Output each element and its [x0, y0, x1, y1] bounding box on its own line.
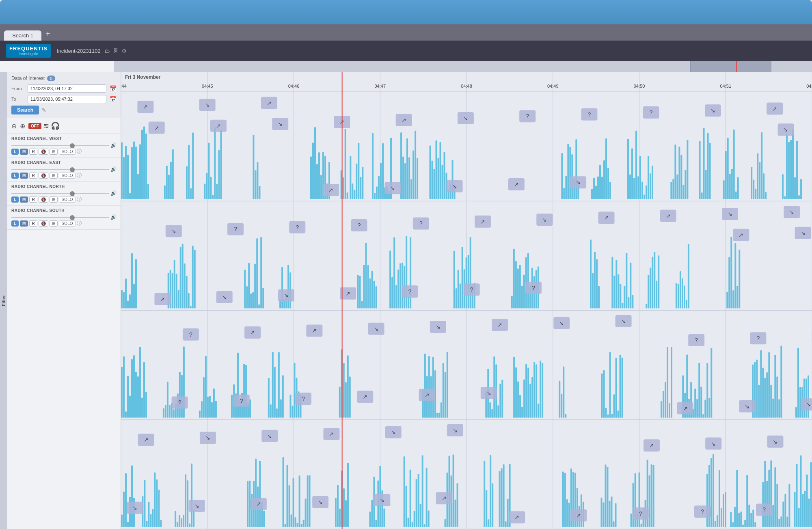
- svg-rect-302: [521, 286, 523, 309]
- svg-text:?: ?: [695, 337, 698, 343]
- vol-thumb-west[interactable]: [70, 143, 75, 148]
- svg-rect-73: [345, 129, 346, 199]
- zoom-in-button[interactable]: ⊕: [20, 122, 25, 130]
- svg-text:↗: ↗: [160, 296, 165, 302]
- ch-east-info[interactable]: ⓘ: [77, 172, 82, 179]
- ch-south-r[interactable]: R: [29, 220, 37, 227]
- ch-west-screen[interactable]: ⊞: [50, 149, 58, 155]
- folder-icon[interactable]: 🗁: [105, 48, 110, 54]
- ch-north-l[interactable]: L: [11, 196, 19, 203]
- ch-east-r[interactable]: R: [29, 173, 37, 179]
- timeline-area[interactable]: Fri 3 November04:4404:4504:4604:4704:480…: [121, 72, 812, 529]
- svg-rect-433: [272, 352, 274, 418]
- channel-south-row: RADIO CHANNEL SOUTH 🔊 L M R 🔇: [7, 206, 121, 230]
- svg-rect-321: [622, 303, 623, 309]
- ch-west-solo[interactable]: SOLO: [59, 149, 76, 155]
- ch-south-solo[interactable]: SOLO: [59, 220, 76, 227]
- ch-east-l[interactable]: L: [11, 173, 19, 179]
- ch-south-screen[interactable]: ⊞: [50, 220, 58, 227]
- vol-icon-north[interactable]: 🔊: [110, 190, 117, 196]
- svg-rect-610: [189, 524, 190, 527]
- vol-slider-north[interactable]: [11, 193, 109, 194]
- ch-north-m[interactable]: M: [20, 196, 28, 203]
- svg-rect-499: [615, 358, 617, 418]
- timeline-viewport[interactable]: [690, 61, 771, 72]
- svg-rect-682: [562, 472, 564, 527]
- svg-rect-601: [158, 490, 160, 527]
- ch-west-mute[interactable]: 🔇: [39, 149, 48, 155]
- ch-north-solo[interactable]: SOLO: [59, 196, 76, 203]
- zoom-out-button[interactable]: ⊖: [11, 122, 17, 130]
- svg-rect-186: [800, 179, 802, 199]
- ch-east-mute[interactable]: 🔇: [39, 173, 48, 179]
- svg-rect-418: [211, 402, 213, 418]
- vol-icon-east[interactable]: 🔊: [110, 166, 117, 172]
- database-icon[interactable]: 🗄: [113, 48, 119, 54]
- svg-rect-498: [613, 395, 615, 418]
- svg-rect-726: [736, 470, 738, 527]
- vol-thumb-north[interactable]: [70, 191, 75, 196]
- search-area: Data of Interest 0 From 📅 To 📅 S: [7, 72, 121, 118]
- to-input[interactable]: [28, 95, 106, 103]
- browser-chrome: [0, 0, 812, 24]
- ch-north-r[interactable]: R: [29, 196, 37, 203]
- svg-rect-508: [671, 347, 672, 418]
- svg-rect-105: [438, 158, 439, 199]
- ch-east-solo[interactable]: SOLO: [59, 173, 76, 179]
- svg-rect-487: [542, 363, 543, 418]
- ch-north-mute[interactable]: 🔇: [39, 196, 48, 203]
- channel-east-controls: 🔊: [11, 166, 117, 172]
- svg-rect-287: [456, 288, 457, 308]
- browser-tab-add[interactable]: +: [41, 27, 54, 41]
- svg-rect-312: [592, 273, 594, 309]
- svg-rect-288: [458, 270, 459, 309]
- ch-south-mute[interactable]: 🔇: [39, 220, 48, 227]
- svg-rect-185: [798, 195, 800, 199]
- svg-rect-144: [650, 173, 651, 199]
- svg-rect-333: [658, 255, 659, 308]
- ch-south-m[interactable]: M: [20, 220, 28, 227]
- vol-icon-south[interactable]: 🔊: [110, 214, 117, 220]
- svg-rect-589: [127, 522, 129, 527]
- ch-north-screen[interactable]: ⊞: [50, 196, 58, 203]
- edit-icon[interactable]: ✎: [41, 107, 46, 113]
- svg-rect-653: [408, 518, 409, 527]
- ch-south-info[interactable]: ⓘ: [77, 220, 82, 227]
- vol-thumb-east[interactable]: [70, 167, 75, 172]
- from-calendar-icon[interactable]: 📅: [110, 85, 117, 92]
- off-toggle[interactable]: OFF: [28, 123, 41, 129]
- vol-thumb-south[interactable]: [70, 215, 75, 220]
- headphones-button[interactable]: 🎧: [51, 121, 60, 130]
- ch-west-l[interactable]: L: [11, 149, 19, 155]
- to-calendar-icon[interactable]: 📅: [110, 96, 117, 102]
- waveform-button[interactable]: ≋: [43, 121, 49, 130]
- svg-rect-66: [320, 175, 322, 199]
- vol-icon-west[interactable]: 🔊: [110, 143, 117, 148]
- svg-rect-454: [428, 356, 430, 418]
- filter-tab[interactable]: Filter: [0, 72, 7, 529]
- vol-slider-south[interactable]: [11, 217, 109, 218]
- ch-west-m[interactable]: M: [20, 149, 28, 155]
- ch-east-screen[interactable]: ⊞: [50, 173, 58, 179]
- ch-west-info[interactable]: ⓘ: [77, 148, 82, 155]
- from-input[interactable]: [28, 84, 106, 93]
- svg-rect-737: [764, 461, 766, 527]
- app-container: FREQUENTIS Investigate Incident-20231102…: [0, 41, 812, 529]
- vol-slider-east[interactable]: [11, 169, 109, 170]
- svg-rect-249: [244, 270, 246, 308]
- svg-text:↗: ↗: [346, 290, 350, 297]
- svg-rect-313: [594, 252, 596, 309]
- vol-slider-west[interactable]: [11, 145, 109, 146]
- settings-icon[interactable]: ⚙: [122, 48, 127, 54]
- svg-rect-82: [372, 133, 374, 199]
- ch-south-l[interactable]: L: [11, 220, 19, 227]
- svg-rect-44: [186, 166, 188, 199]
- ch-west-r[interactable]: R: [29, 149, 37, 155]
- svg-rect-731: [746, 475, 748, 527]
- ch-north-info[interactable]: ⓘ: [77, 196, 82, 203]
- ch-east-m[interactable]: M: [20, 173, 28, 179]
- svg-text:?: ?: [234, 226, 237, 232]
- browser-tab[interactable]: Search 1: [4, 30, 41, 41]
- doi-label: Data of Interest: [11, 76, 45, 81]
- search-button[interactable]: Search: [11, 106, 39, 114]
